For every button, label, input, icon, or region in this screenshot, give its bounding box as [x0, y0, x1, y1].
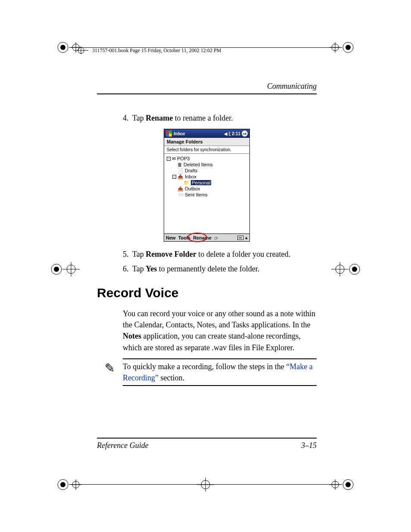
- collapse-icon[interactable]: -: [172, 175, 176, 179]
- pda-folder-tree: - ✉ POP3 🗑 Deleted Items 📄 Drafts - 📥 In…: [164, 154, 249, 233]
- pda-subheader: Manage Folders: [164, 138, 249, 146]
- registration-mark-icon: [329, 475, 355, 494]
- up-arrow-icon[interactable]: ▴: [245, 235, 248, 240]
- tree-item-outbox[interactable]: 📤 Outbox: [167, 186, 247, 192]
- svg-point-21: [60, 482, 65, 487]
- step-6: 6. Tap Yes to permanently delete the fol…: [123, 263, 317, 274]
- registration-mark-icon: [197, 475, 214, 494]
- svg-point-16: [352, 267, 357, 272]
- rule-icon: [123, 358, 317, 359]
- note-text-pre: To quickly make a recording, follow the …: [123, 362, 286, 371]
- book-stamp-text: 311757-001.book Page 15 Friday, October …: [92, 47, 221, 54]
- step-5: 5. Tap Remove Folder to delete a folder …: [123, 249, 317, 260]
- speaker-icon: ◀: [224, 131, 227, 136]
- outbox-icon: 📤: [177, 186, 184, 192]
- folder-icon: 🗑: [177, 162, 182, 167]
- step-list-before: 4. Tap Rename to rename a folder.: [97, 112, 317, 124]
- pda-titlebar: Inbox ◀ ξ 2:11 ok: [164, 129, 249, 138]
- footer-right: 3–15: [301, 441, 317, 450]
- note-text-post: section.: [159, 373, 184, 382]
- rename-menu[interactable]: Rename: [193, 235, 212, 240]
- rule-icon: [123, 385, 317, 386]
- book-stamp: 311757-001.book Page 15 Friday, October …: [77, 47, 334, 54]
- tree-item-personal[interactable]: 📁 Personal: [167, 180, 247, 186]
- folder-icon: 📁: [184, 180, 190, 186]
- pencil-note-icon: ✎: [105, 361, 115, 375]
- registration-mark-icon: [331, 258, 361, 280]
- note-block: ✎ To quickly make a recording, follow th…: [97, 361, 317, 383]
- tree-root[interactable]: - ✉ POP3: [167, 156, 247, 162]
- pda-time: 2:11: [232, 131, 240, 136]
- folder-icon: 📨: [177, 192, 184, 198]
- ok-button[interactable]: ok: [242, 131, 248, 137]
- footer-left: Reference Guide: [97, 441, 149, 450]
- svg-point-26: [346, 482, 351, 487]
- inbox-icon: 📥: [177, 174, 184, 180]
- tree-item-inbox[interactable]: - 📥 Inbox: [167, 174, 247, 180]
- tree-item-deleted[interactable]: 🗑 Deleted Items: [167, 162, 247, 168]
- tools-menu[interactable]: Tools: [178, 235, 191, 240]
- book-stamp-icon: [77, 47, 89, 54]
- body-paragraph: You can record your voice or any other s…: [97, 308, 317, 353]
- pda-status: ◀ ξ 2:11 ok: [224, 131, 248, 137]
- sync-icon[interactable]: ⟳: [214, 236, 218, 240]
- tree-item-sent[interactable]: 📨 Sent Items: [167, 192, 247, 198]
- tree-item-drafts[interactable]: 📄 Drafts: [167, 168, 247, 174]
- signal-icon: ξ: [229, 131, 230, 136]
- folder-icon: 📄: [177, 168, 184, 174]
- registration-mark-icon: [50, 258, 80, 280]
- collapse-icon[interactable]: -: [167, 157, 171, 161]
- keyboard-icon[interactable]: [237, 236, 243, 240]
- svg-point-11: [54, 267, 59, 272]
- registration-mark-icon: [56, 475, 82, 494]
- step-list-after: 5. Tap Remove Folder to delete a folder …: [97, 249, 317, 274]
- pda-hint: Select folders for synchronization.: [164, 146, 249, 154]
- windows-logo-icon: [166, 131, 172, 137]
- mail-account-icon: ✉: [172, 156, 176, 162]
- pda-screenshot: Inbox ◀ ξ 2:11 ok Manage Folders Select …: [164, 129, 250, 242]
- running-head: Communicating: [97, 82, 317, 94]
- pda-command-bar: New Tools Rename ⟳ ▴: [164, 233, 249, 241]
- step-4: 4. Tap Rename to rename a folder.: [123, 112, 317, 124]
- new-menu[interactable]: New: [166, 235, 176, 240]
- page-footer: Reference Guide 3–15: [97, 438, 317, 450]
- heading-record-voice: Record Voice: [97, 286, 317, 300]
- svg-point-6: [346, 45, 351, 50]
- pda-title: Inbox: [174, 131, 222, 136]
- svg-point-1: [60, 45, 65, 50]
